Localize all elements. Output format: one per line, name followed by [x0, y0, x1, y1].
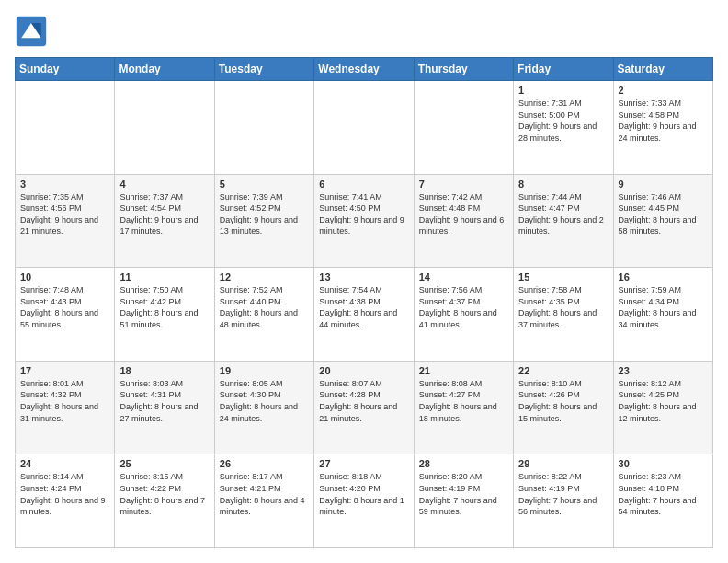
calendar-cell: 21Sunrise: 8:08 AM Sunset: 4:27 PM Dayli…	[414, 361, 513, 454]
calendar-cell: 17Sunrise: 8:01 AM Sunset: 4:32 PM Dayli…	[16, 361, 115, 454]
weekday-header-saturday: Saturday	[613, 58, 712, 81]
day-info: Sunrise: 8:22 AM Sunset: 4:19 PM Dayligh…	[518, 471, 608, 517]
day-number: 11	[119, 271, 209, 282]
day-info: Sunrise: 8:12 AM Sunset: 4:25 PM Dayligh…	[619, 378, 708, 424]
calendar-cell: 24Sunrise: 8:14 AM Sunset: 4:24 PM Dayli…	[16, 454, 115, 548]
day-number: 27	[319, 458, 408, 469]
calendar-week-4: 17Sunrise: 8:01 AM Sunset: 4:32 PM Dayli…	[16, 361, 713, 454]
calendar-cell	[414, 81, 513, 175]
day-info: Sunrise: 8:20 AM Sunset: 4:19 PM Dayligh…	[419, 471, 508, 517]
day-info: Sunrise: 8:01 AM Sunset: 4:32 PM Dayligh…	[20, 378, 109, 424]
day-number: 15	[518, 271, 608, 282]
calendar-cell	[214, 81, 313, 175]
calendar-cell: 15Sunrise: 7:58 AM Sunset: 4:35 PM Dayli…	[514, 268, 613, 362]
calendar-cell: 27Sunrise: 8:18 AM Sunset: 4:20 PM Dayli…	[314, 454, 414, 548]
day-number: 6	[319, 178, 408, 190]
day-info: Sunrise: 8:05 AM Sunset: 4:30 PM Dayligh…	[220, 378, 309, 424]
calendar-header-row: SundayMondayTuesdayWednesdayThursdayFrid…	[16, 58, 713, 81]
calendar-cell: 13Sunrise: 7:54 AM Sunset: 4:38 PM Dayli…	[314, 268, 414, 362]
day-info: Sunrise: 7:33 AM Sunset: 4:58 PM Dayligh…	[619, 98, 708, 144]
day-number: 2	[619, 85, 708, 96]
day-info: Sunrise: 7:42 AM Sunset: 4:48 PM Dayligh…	[419, 191, 508, 237]
calendar-cell: 30Sunrise: 8:23 AM Sunset: 4:18 PM Dayli…	[613, 454, 712, 548]
calendar-cell: 6Sunrise: 7:41 AM Sunset: 4:50 PM Daylig…	[314, 174, 414, 268]
weekday-header-monday: Monday	[115, 58, 214, 81]
calendar-table: SundayMondayTuesdayWednesdayThursdayFrid…	[15, 57, 713, 548]
day-info: Sunrise: 7:56 AM Sunset: 4:37 PM Dayligh…	[419, 284, 508, 330]
calendar-cell: 28Sunrise: 8:20 AM Sunset: 4:19 PM Dayli…	[414, 454, 513, 548]
day-info: Sunrise: 7:31 AM Sunset: 5:00 PM Dayligh…	[518, 98, 608, 144]
day-info: Sunrise: 8:03 AM Sunset: 4:31 PM Dayligh…	[119, 378, 209, 424]
calendar-cell: 25Sunrise: 8:15 AM Sunset: 4:22 PM Dayli…	[115, 454, 214, 548]
day-number: 10	[20, 271, 109, 282]
day-info: Sunrise: 8:15 AM Sunset: 4:22 PM Dayligh…	[119, 471, 209, 517]
day-number: 3	[20, 178, 109, 190]
day-info: Sunrise: 7:50 AM Sunset: 4:42 PM Dayligh…	[119, 284, 209, 330]
page: SundayMondayTuesdayWednesdayThursdayFrid…	[0, 0, 728, 563]
logo-icon	[15, 15, 48, 48]
day-number: 14	[419, 271, 508, 282]
calendar-cell: 19Sunrise: 8:05 AM Sunset: 4:30 PM Dayli…	[214, 361, 313, 454]
day-info: Sunrise: 8:14 AM Sunset: 4:24 PM Dayligh…	[20, 471, 109, 517]
day-number: 21	[419, 365, 508, 376]
day-info: Sunrise: 7:48 AM Sunset: 4:43 PM Dayligh…	[20, 284, 109, 330]
calendar-cell: 5Sunrise: 7:39 AM Sunset: 4:52 PM Daylig…	[214, 174, 313, 268]
calendar-week-5: 24Sunrise: 8:14 AM Sunset: 4:24 PM Dayli…	[16, 454, 713, 548]
calendar-cell: 16Sunrise: 7:59 AM Sunset: 4:34 PM Dayli…	[613, 268, 712, 362]
calendar-cell: 23Sunrise: 8:12 AM Sunset: 4:25 PM Dayli…	[613, 361, 712, 454]
calendar-cell: 8Sunrise: 7:44 AM Sunset: 4:47 PM Daylig…	[514, 174, 613, 268]
day-info: Sunrise: 7:37 AM Sunset: 4:54 PM Dayligh…	[119, 191, 209, 237]
weekday-header-wednesday: Wednesday	[314, 58, 414, 81]
calendar-cell: 7Sunrise: 7:42 AM Sunset: 4:48 PM Daylig…	[414, 174, 513, 268]
day-info: Sunrise: 7:52 AM Sunset: 4:40 PM Dayligh…	[220, 284, 309, 330]
day-info: Sunrise: 8:18 AM Sunset: 4:20 PM Dayligh…	[319, 471, 408, 517]
day-info: Sunrise: 7:39 AM Sunset: 4:52 PM Dayligh…	[220, 191, 309, 237]
weekday-header-tuesday: Tuesday	[214, 58, 313, 81]
weekday-header-friday: Friday	[514, 58, 613, 81]
day-info: Sunrise: 7:41 AM Sunset: 4:50 PM Dayligh…	[319, 191, 408, 237]
day-number: 29	[518, 458, 608, 469]
day-info: Sunrise: 7:35 AM Sunset: 4:56 PM Dayligh…	[20, 191, 109, 237]
day-info: Sunrise: 8:08 AM Sunset: 4:27 PM Dayligh…	[419, 378, 508, 424]
day-number: 22	[518, 365, 608, 376]
day-number: 9	[619, 178, 708, 190]
calendar-cell: 14Sunrise: 7:56 AM Sunset: 4:37 PM Dayli…	[414, 268, 513, 362]
calendar-week-2: 3Sunrise: 7:35 AM Sunset: 4:56 PM Daylig…	[16, 174, 713, 268]
calendar-cell	[115, 81, 214, 175]
calendar-cell: 10Sunrise: 7:48 AM Sunset: 4:43 PM Dayli…	[16, 268, 115, 362]
day-info: Sunrise: 7:44 AM Sunset: 4:47 PM Dayligh…	[518, 191, 608, 237]
day-number: 8	[518, 178, 608, 190]
day-number: 5	[220, 178, 309, 190]
day-number: 30	[619, 458, 708, 469]
calendar-cell	[16, 81, 115, 175]
calendar-cell: 11Sunrise: 7:50 AM Sunset: 4:42 PM Dayli…	[115, 268, 214, 362]
day-info: Sunrise: 8:10 AM Sunset: 4:26 PM Dayligh…	[518, 378, 608, 424]
calendar-cell: 22Sunrise: 8:10 AM Sunset: 4:26 PM Dayli…	[514, 361, 613, 454]
day-number: 16	[619, 271, 708, 282]
day-number: 7	[419, 178, 508, 190]
header	[15, 15, 713, 48]
day-number: 1	[518, 85, 608, 96]
weekday-header-sunday: Sunday	[16, 58, 115, 81]
day-number: 12	[220, 271, 309, 282]
weekday-header-thursday: Thursday	[414, 58, 513, 81]
day-number: 24	[20, 458, 109, 469]
calendar-cell: 20Sunrise: 8:07 AM Sunset: 4:28 PM Dayli…	[314, 361, 414, 454]
logo	[15, 15, 51, 48]
calendar-cell: 29Sunrise: 8:22 AM Sunset: 4:19 PM Dayli…	[514, 454, 613, 548]
day-number: 28	[419, 458, 508, 469]
calendar-cell: 1Sunrise: 7:31 AM Sunset: 5:00 PM Daylig…	[514, 81, 613, 175]
calendar-cell: 2Sunrise: 7:33 AM Sunset: 4:58 PM Daylig…	[613, 81, 712, 175]
calendar-cell: 4Sunrise: 7:37 AM Sunset: 4:54 PM Daylig…	[115, 174, 214, 268]
calendar-cell: 9Sunrise: 7:46 AM Sunset: 4:45 PM Daylig…	[613, 174, 712, 268]
day-number: 18	[119, 365, 209, 376]
day-number: 25	[119, 458, 209, 469]
calendar-cell	[314, 81, 414, 175]
day-number: 26	[220, 458, 309, 469]
day-number: 13	[319, 271, 408, 282]
day-number: 19	[220, 365, 309, 376]
day-info: Sunrise: 7:46 AM Sunset: 4:45 PM Dayligh…	[619, 191, 708, 237]
calendar-cell: 3Sunrise: 7:35 AM Sunset: 4:56 PM Daylig…	[16, 174, 115, 268]
day-info: Sunrise: 8:23 AM Sunset: 4:18 PM Dayligh…	[619, 471, 708, 517]
day-number: 20	[319, 365, 408, 376]
